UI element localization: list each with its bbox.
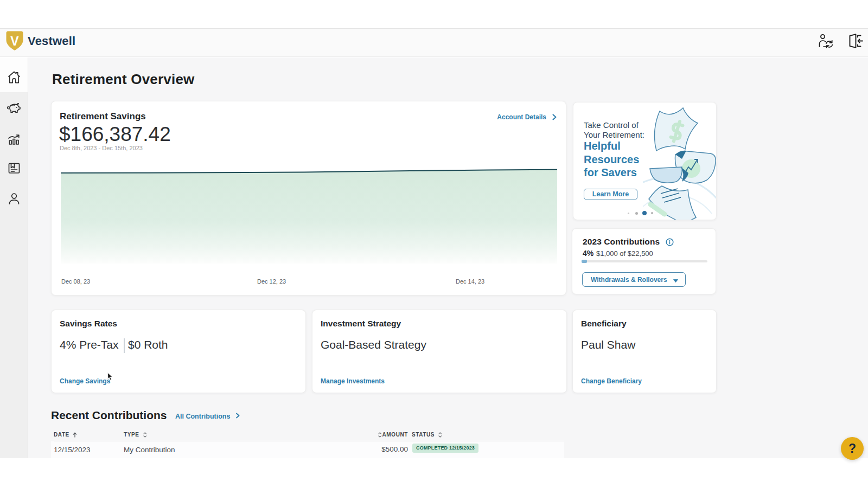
svg-text:V: V	[10, 34, 19, 48]
